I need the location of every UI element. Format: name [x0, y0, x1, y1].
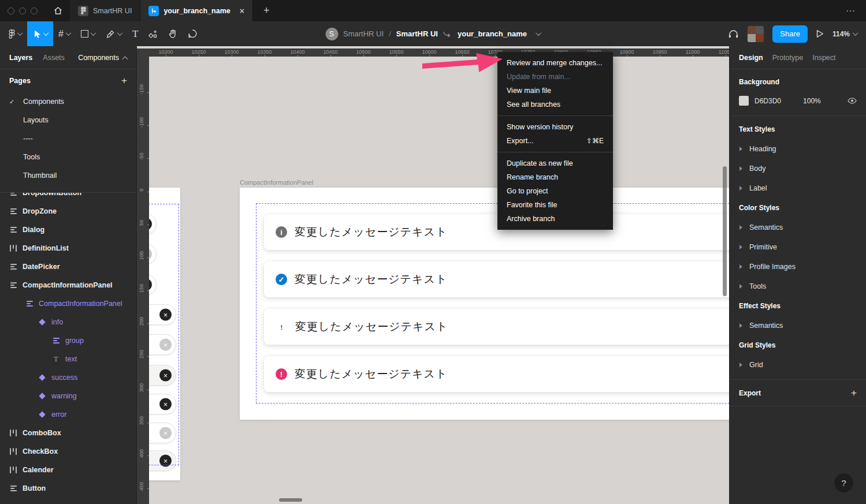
layer-row-button[interactable]: Button [0, 479, 136, 498]
menu-item-view-main-file[interactable]: View main file [497, 84, 613, 98]
error-icon: ! [276, 368, 287, 380]
layer-row-compactinformationpanel[interactable]: CompactInformationPanel [0, 276, 136, 294]
layer-row-info[interactable]: info [0, 313, 136, 331]
vertical-scrollbar[interactable] [723, 166, 727, 296]
tab-layers[interactable]: Layers [9, 54, 32, 62]
background-opacity-value[interactable]: 100% [803, 97, 821, 105]
layer-row-checkbox[interactable]: CheckBox [0, 442, 136, 461]
layer-row-success[interactable]: success [0, 368, 136, 387]
breadcrumb-branch[interactable]: your_branch_name [458, 29, 527, 38]
frame-tool-button[interactable]: # [53, 21, 76, 46]
style-item-body[interactable]: Body [730, 159, 866, 178]
style-item-primitive[interactable]: Primitive [730, 237, 866, 257]
page-item-thumbnail[interactable]: Thumbnail [0, 166, 136, 185]
ruler-tickmark [298, 55, 298, 57]
page-selector[interactable]: Components [78, 54, 127, 62]
page-item-----[interactable]: ---- [0, 129, 136, 148]
home-button[interactable] [46, 0, 70, 21]
layer-row-warning[interactable]: warning [0, 387, 136, 405]
menu-item-export[interactable]: Export...⇧⌘E [497, 134, 613, 148]
layer-row-dropdownbutton[interactable]: DropdownButton [0, 192, 136, 202]
page-item-components[interactable]: ✓Components [0, 92, 136, 111]
overflow-menu-icon[interactable]: ⋯ [846, 5, 856, 16]
layer-row-calender[interactable]: Calender [0, 461, 136, 479]
style-item-semantics[interactable]: Semantics [730, 316, 866, 335]
menu-item-go-to-project[interactable]: Go to project [497, 184, 613, 198]
window-close-button[interactable] [8, 8, 14, 14]
layer-row-dialog[interactable]: Dialog [0, 221, 136, 239]
window-zoom-button[interactable] [31, 8, 38, 14]
layer-row-text[interactable]: Ttext [0, 350, 136, 368]
menu-item-show-version-history[interactable]: Show version history [497, 120, 613, 134]
horizontal-scrollbar[interactable] [279, 498, 302, 502]
branch-menu-chevron-icon[interactable] [536, 30, 541, 36]
layer-row-dropzone[interactable]: DropZone [0, 202, 136, 221]
layer-row-datepicker[interactable]: DatePicker [0, 257, 136, 276]
hand-tool-button[interactable] [163, 21, 183, 46]
window-controls[interactable] [0, 8, 46, 14]
layer-row-error[interactable]: error [0, 405, 136, 424]
window-minimize-button[interactable] [19, 8, 26, 14]
canvas[interactable]: ××××××××× CompactInformationPanel i変更したメ… [137, 46, 729, 504]
zoom-menu[interactable]: 114% [832, 30, 857, 38]
present-play-icon[interactable] [816, 29, 824, 38]
background-hex-value[interactable]: D6D3D0 [755, 97, 781, 105]
ruler-tickmark [199, 55, 199, 57]
style-item-semantics[interactable]: Semantics [730, 218, 866, 237]
add-export-button[interactable]: + [851, 387, 857, 399]
page-item-tools[interactable]: Tools [0, 148, 136, 166]
tab-close-icon[interactable]: × [240, 7, 244, 15]
style-item-profile-images[interactable]: Profile Images [730, 257, 866, 277]
help-button[interactable]: ? [834, 473, 853, 492]
page-item-layouts[interactable]: Layouts [0, 111, 136, 129]
frame-label[interactable]: CompactInformationPanel [240, 179, 313, 186]
visibility-eye-icon[interactable] [848, 98, 857, 104]
pen-tool-button[interactable] [101, 21, 127, 46]
add-page-button[interactable]: + [121, 75, 127, 87]
style-item-grid[interactable]: Grid [730, 355, 866, 375]
ruler-tick: 50 [139, 219, 144, 227]
shape-tool-button[interactable] [76, 21, 101, 46]
menu-item-favorite-this-file[interactable]: Favorite this file [497, 198, 613, 212]
background-color-swatch[interactable] [739, 96, 749, 106]
ruler-tickmark [147, 192, 149, 192]
layer-label: DatePicker [23, 263, 60, 271]
tab-design[interactable]: Design [739, 54, 763, 62]
message-panel-error[interactable]: !変更したメッセージテキスト [264, 356, 729, 392]
style-item-label[interactable]: Label [730, 178, 866, 198]
style-item-heading[interactable]: Heading [730, 139, 866, 159]
menu-item-review-and-merge-changes[interactable]: Review and merge changes... [497, 56, 613, 70]
ruler-tickmark [147, 225, 149, 225]
layer-row-group[interactable]: group [0, 331, 136, 350]
breadcrumb-project[interactable]: SmartHR UI [343, 29, 384, 38]
move-tool-button[interactable] [27, 21, 53, 46]
layer-row-compactinformationpanel[interactable]: CompactInformationPanel [0, 294, 136, 313]
message-panel-warning[interactable]: !変更したメッセージテキスト [264, 309, 729, 345]
comment-tool-button[interactable] [183, 21, 203, 46]
tab-smarthr-ui[interactable]: SmartHR UI [70, 0, 140, 21]
tab-your-branch-name[interactable]: your_branch_name × [140, 0, 253, 21]
share-button[interactable]: Share [772, 25, 808, 43]
menu-item-archive-branch[interactable]: Archive branch [497, 212, 613, 226]
message-panel-success[interactable]: ✓変更したメッセージテキスト [264, 262, 729, 297]
ruler-tickmark [147, 92, 149, 93]
new-tab-button[interactable]: + [263, 5, 270, 17]
tab-assets[interactable]: Assets [43, 54, 65, 62]
menu-item-duplicate-as-new-file[interactable]: Duplicate as new file [497, 156, 613, 170]
layer-label: Dialog [23, 226, 44, 234]
menu-item-rename-branch[interactable]: Rename branch [497, 170, 613, 184]
menu-item-see-all-branches[interactable]: See all branches [497, 98, 613, 111]
message-panel-info[interactable]: i変更したメッセージテキスト [264, 214, 729, 250]
layer-row-combobox[interactable]: ComboBox [0, 424, 136, 442]
user-avatar[interactable] [748, 26, 764, 42]
audio-headphones-icon[interactable] [728, 29, 739, 39]
breadcrumb-file[interactable]: SmartHR UI [396, 29, 438, 38]
tab-prototype[interactable]: Prototype [772, 54, 804, 62]
text-tool-button[interactable]: T [127, 21, 143, 46]
main-menu-button[interactable] [3, 21, 27, 46]
create-component-button[interactable] [143, 21, 163, 46]
layer-row-definitionlist[interactable]: DefinitionList [0, 239, 136, 257]
tab-inspect[interactable]: Inspect [812, 54, 835, 62]
message-text: 変更したメッセージテキスト [295, 319, 448, 334]
style-item-tools[interactable]: Tools [730, 277, 866, 296]
